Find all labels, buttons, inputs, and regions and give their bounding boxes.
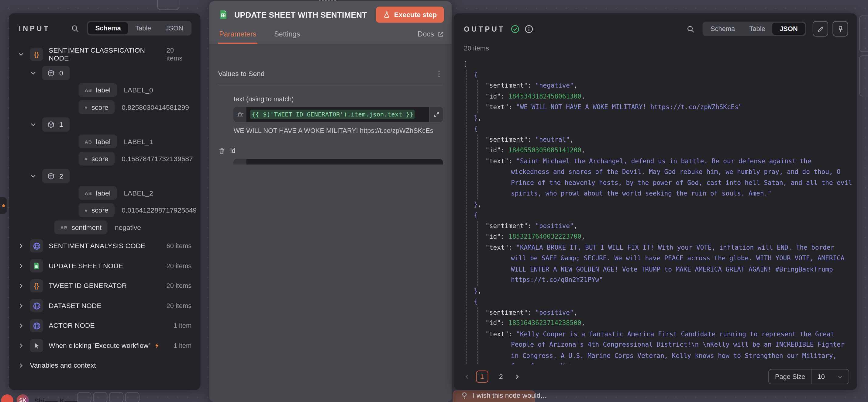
search-icon[interactable] <box>71 24 79 32</box>
field-value: 0.8258030414581299 <box>122 104 189 111</box>
node-settings-panel: UPDATE SHEET WITH SENTIMENT Execute step… <box>209 1 452 402</box>
field-pill-score[interactable]: #score <box>79 152 115 166</box>
canvas-zoom-control-3[interactable] <box>109 392 123 402</box>
json-object-open: { <box>474 210 852 221</box>
chevron-right-icon[interactable] <box>18 362 26 369</box>
chevron-down-icon[interactable] <box>30 121 39 128</box>
tree-node-label: DATASET NODE <box>49 302 101 310</box>
chevron-down-icon[interactable] <box>30 69 39 76</box>
tree-prop-label[interactable]: ABlabelLABEL_0 <box>16 82 191 98</box>
json-prop-text: "text": "KAMALA BROKE IT, BUT I WILL FIX… <box>485 242 852 286</box>
options-kebab-icon[interactable]: ⋮ <box>435 69 443 78</box>
json-prop-text: "text": "Kelly Cooper is a fantastic Ame… <box>485 329 852 364</box>
chevron-right-icon[interactable] <box>18 322 26 329</box>
json-object-close: }, <box>474 286 852 296</box>
item-count: 20 items <box>166 282 192 290</box>
canvas-zoom-control-2[interactable] <box>93 392 107 402</box>
tree-node-dataset-node[interactable]: DATASET NODE20 items <box>16 296 191 316</box>
field-pill-score[interactable]: #score <box>79 100 115 114</box>
tree-node-when-clicking-execute-workflow-[interactable]: When clicking 'Execute workflow'1 item <box>16 336 191 356</box>
page-size-control[interactable]: Page Size 10 <box>768 369 849 384</box>
chevron-right-icon[interactable] <box>18 262 26 269</box>
pin-data-button[interactable] <box>832 21 848 36</box>
output-json-viewer: [{"sentiment": "negative","id": 18453431… <box>463 59 852 364</box>
value-field-label: text (using to match) <box>234 95 443 103</box>
canvas-zoom-control-4[interactable] <box>125 392 140 402</box>
json-prop-text: "text": "Saint Michael the Archangel, de… <box>485 156 852 199</box>
tree-node-label: TWEET ID GENERATOR <box>49 282 127 290</box>
tree-prop-label[interactable]: ABlabelLABEL_1 <box>16 133 191 150</box>
page-button-2[interactable]: 2 <box>495 371 507 383</box>
expand-expression-icon[interactable] <box>429 107 443 122</box>
output-tab-table[interactable]: Table <box>742 23 773 35</box>
chevron-right-icon[interactable] <box>18 243 26 249</box>
item-count: 60 items <box>166 242 192 250</box>
input-panel-title: INPUT <box>19 24 50 32</box>
input-tab-json[interactable]: JSON <box>158 22 191 34</box>
json-object-close: }, <box>474 199 852 210</box>
input-tab-schema[interactable]: Schema <box>88 22 128 34</box>
canvas-left-tab[interactable] <box>0 197 7 214</box>
item-index-pill[interactable]: 0 <box>42 66 70 80</box>
tree-node-tweet-id-generator[interactable]: {}TWEET ID GENERATOR20 items <box>16 276 191 296</box>
tree-node-sentiment-classfication-node[interactable]: {}SENTIMENT CLASSFICATION NODE20 items <box>16 45 191 64</box>
output-search-icon[interactable] <box>686 25 694 33</box>
tree-prop-score[interactable]: #score0.15878471732139587 <box>16 150 191 167</box>
edit-output-button[interactable] <box>813 21 828 36</box>
chevron-down-icon <box>837 374 843 380</box>
json-prop-id: "id": 1853217640032223700, <box>485 231 852 242</box>
output-tab-schema[interactable]: Schema <box>703 23 742 35</box>
output-tab-json[interactable]: JSON <box>772 23 805 35</box>
tree-node-sentiment-analysis-code[interactable]: SENTIMENT ANALYSIS CODE60 items <box>16 236 191 256</box>
execute-step-button[interactable]: Execute step <box>376 7 444 23</box>
tree-prop-sentiment[interactable]: ABsentimentnegative <box>16 219 191 236</box>
chevron-right-icon[interactable] <box>18 303 26 309</box>
trash-icon[interactable] <box>218 147 225 154</box>
field-pill-sentiment[interactable]: ABsentiment <box>54 221 108 234</box>
tree-item-0[interactable]: 0 <box>16 64 191 81</box>
tab-settings[interactable]: Settings <box>273 30 301 44</box>
tree-node-actor-node[interactable]: ACTOR NODE1 item <box>16 316 191 336</box>
canvas-zoom-control-1[interactable] <box>77 392 91 402</box>
tree-node-variables-and-context[interactable]: Variables and context <box>16 355 191 376</box>
values-to-send-label: Values to Send <box>218 70 265 78</box>
globe-icon <box>30 319 43 333</box>
field-pill-label[interactable]: ABlabel <box>79 83 117 97</box>
field-value: LABEL_2 <box>124 189 153 197</box>
info-icon[interactable] <box>525 24 534 33</box>
docs-link[interactable]: Docs <box>417 30 444 44</box>
expression-input-clipped[interactable] <box>234 159 443 165</box>
tree-node-update-sheet-node[interactable]: UPDATE SHEET NODE20 items <box>16 256 191 276</box>
tree-prop-label[interactable]: ABlabelLABEL_2 <box>16 184 191 202</box>
expression-code[interactable]: {{ $('TWEET ID GENERATOR').item.json.tex… <box>246 107 429 122</box>
tree-prop-score[interactable]: #score0.015412288717925549 <box>16 202 191 219</box>
cube-icon <box>47 172 55 180</box>
output-pagination: 1 2 Page Size 10 <box>464 368 849 385</box>
field-pill-label[interactable]: ABlabel <box>79 135 117 149</box>
output-view-switcher: Schema Table JSON <box>702 22 806 36</box>
notification-dot <box>2 204 5 207</box>
page-button-1[interactable]: 1 <box>476 371 488 383</box>
field-pill-label[interactable]: ABlabel <box>79 186 117 200</box>
tree-item-1[interactable]: 1 <box>16 116 191 133</box>
input-tab-table[interactable]: Table <box>128 22 158 34</box>
tab-parameters[interactable]: Parameters <box>218 30 258 44</box>
chevron-right-icon[interactable] <box>18 342 26 349</box>
item-index-pill[interactable]: 2 <box>42 169 70 183</box>
chevron-down-icon[interactable] <box>18 51 26 58</box>
item-index-pill[interactable]: 1 <box>42 117 70 132</box>
node-parameters-form: Values to Send⋮text (using to match)fx{{… <box>209 44 452 165</box>
lightning-icon <box>154 342 160 349</box>
expression-input[interactable]: fx{{ $('TWEET ID GENERATOR').item.json.t… <box>234 107 443 122</box>
input-schema-tree: {}SENTIMENT CLASSFICATION NODE20 items0A… <box>9 35 200 376</box>
tree-prop-score[interactable]: #score0.8258030414581299 <box>16 98 191 116</box>
json-prop-id: "id": 1840550305085141200, <box>485 145 852 156</box>
tree-node-label: SENTIMENT CLASSFICATION NODE <box>49 47 166 62</box>
field-pill-score[interactable]: #score <box>79 203 115 217</box>
wish-bar[interactable]: I wish this node would... <box>460 392 546 400</box>
page-next-icon[interactable] <box>514 373 520 380</box>
tree-item-2[interactable]: 2 <box>16 167 191 184</box>
chevron-down-icon[interactable] <box>30 172 39 179</box>
page-prev-icon[interactable] <box>464 373 470 380</box>
chevron-right-icon[interactable] <box>18 283 26 289</box>
